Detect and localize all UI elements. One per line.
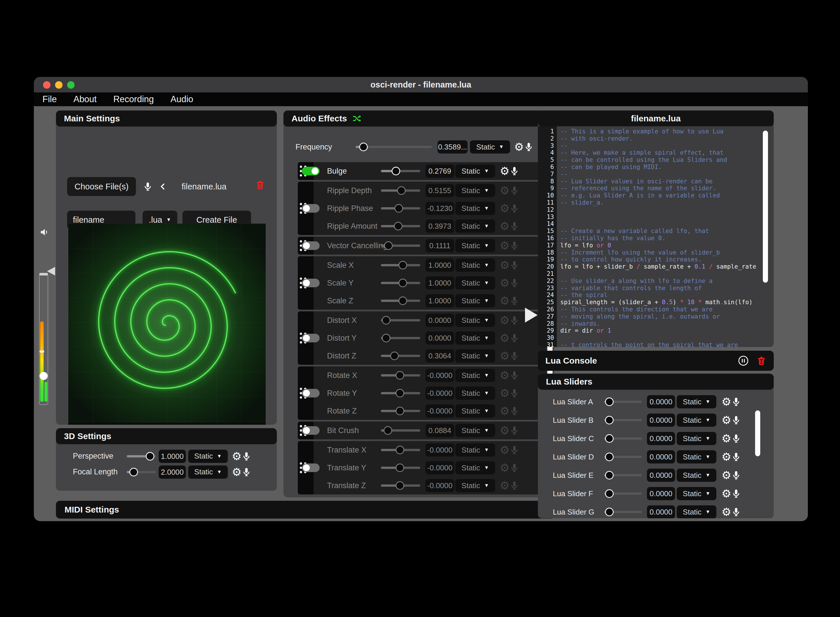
slider-thumb[interactable]	[398, 297, 407, 305]
mic-icon[interactable]	[731, 488, 741, 499]
param-slider[interactable]	[381, 407, 420, 415]
mic-icon[interactable]	[510, 314, 519, 326]
slider-thumb[interactable]	[390, 351, 399, 360]
drag-handle[interactable]	[298, 237, 314, 255]
param-slider[interactable]	[381, 351, 420, 360]
gear-icon[interactable]: ⚙	[500, 370, 510, 381]
editor-scrollbar[interactable]	[763, 131, 768, 283]
param-mode-select[interactable]: Static▼	[677, 413, 716, 427]
mic-icon[interactable]	[510, 405, 519, 417]
effect-toggle[interactable]	[302, 279, 320, 287]
param-mode-select[interactable]: Static▼	[677, 395, 716, 408]
drag-handle[interactable]	[298, 182, 314, 235]
param-value[interactable]: -0.1230	[426, 202, 454, 215]
param-slider[interactable]	[381, 222, 420, 230]
mic-icon[interactable]	[510, 240, 519, 251]
mic-icon[interactable]	[510, 332, 519, 344]
gear-icon[interactable]: ⚙	[514, 141, 524, 153]
param-slider[interactable]	[604, 489, 642, 498]
param-value[interactable]: 0.3064	[426, 349, 454, 362]
effect-toggle[interactable]	[302, 426, 320, 435]
param-value[interactable]: 0.0000	[426, 314, 454, 327]
param-slider[interactable]	[604, 434, 642, 443]
mic-icon[interactable]	[143, 179, 153, 194]
record-icon[interactable]	[180, 424, 190, 425]
param-value[interactable]: -0.0000	[426, 461, 454, 474]
mic-icon[interactable]	[510, 425, 519, 436]
gear-icon[interactable]: ⚙	[500, 405, 510, 417]
param-slider[interactable]	[127, 452, 156, 461]
drag-handle[interactable]	[298, 441, 314, 494]
effect-toggle[interactable]	[302, 241, 320, 250]
param-value[interactable]: 0.0000	[647, 395, 675, 408]
param-mode-select[interactable]: Static▼	[455, 276, 495, 289]
trash-icon[interactable]	[255, 179, 265, 191]
param-value[interactable]: 0.1111	[426, 239, 454, 252]
param-slider[interactable]	[381, 426, 420, 435]
param-mode-select[interactable]: Static▼	[455, 184, 495, 197]
menu-item-file[interactable]: File	[43, 94, 57, 105]
param-value[interactable]: -0.0000	[426, 479, 454, 492]
slider-thumb[interactable]	[359, 143, 368, 151]
gear-icon[interactable]: ⚙	[722, 469, 731, 481]
param-slider[interactable]	[381, 297, 420, 305]
lua-sliders-scrollbar[interactable]	[755, 410, 760, 456]
param-value[interactable]: -0.0000	[426, 369, 454, 382]
param-slider[interactable]	[381, 261, 420, 270]
param-value[interactable]: 1.0000	[426, 294, 454, 307]
effect-toggle[interactable]	[302, 167, 320, 175]
param-mode-select[interactable]: Static▼	[455, 294, 495, 307]
param-slider[interactable]	[381, 446, 420, 454]
param-mode-select[interactable]: Static▼	[455, 387, 495, 400]
param-mode-select[interactable]: Static▼	[455, 479, 495, 492]
param-slider[interactable]	[381, 334, 420, 342]
choose-files-button[interactable]: Choose File(s)	[67, 177, 136, 196]
mic-icon[interactable]	[731, 469, 741, 481]
slider-thumb[interactable]	[396, 446, 404, 454]
gear-icon[interactable]: ⚙	[500, 202, 510, 214]
param-mode-select[interactable]: Static▼	[470, 140, 510, 154]
param-slider[interactable]	[381, 241, 420, 250]
gear-icon[interactable]: ⚙	[722, 396, 731, 407]
gear-icon[interactable]: ⚙	[232, 450, 242, 462]
param-slider[interactable]	[381, 167, 420, 175]
code-area[interactable]: -- This is a simple example of how to us…	[557, 126, 774, 347]
param-value[interactable]: 0.0000	[647, 505, 675, 518]
param-mode-select[interactable]: Static▼	[455, 443, 495, 456]
param-mode-select[interactable]: Static▼	[188, 450, 228, 463]
param-mode-select[interactable]: Static▼	[455, 349, 495, 362]
slider-thumb[interactable]	[397, 186, 406, 195]
volume-thumb[interactable]	[39, 273, 48, 276]
effect-toggle[interactable]	[302, 463, 320, 472]
mic-icon[interactable]	[731, 451, 741, 463]
param-slider[interactable]	[604, 416, 642, 424]
open-external-icon[interactable]	[231, 424, 242, 425]
slider-thumb[interactable]	[396, 463, 404, 472]
mic-icon[interactable]	[510, 185, 519, 196]
gear-icon[interactable]: ⚙	[500, 220, 510, 232]
param-value[interactable]: 0.0000	[426, 331, 454, 345]
mic-icon[interactable]	[731, 415, 741, 426]
slider-thumb[interactable]	[605, 434, 614, 443]
midi-settings-bar[interactable]: MIDI Settings	[56, 501, 555, 518]
gear-icon[interactable]: ⚙	[500, 480, 510, 491]
drag-handle[interactable]	[298, 311, 314, 365]
param-mode-select[interactable]: Static▼	[455, 404, 495, 418]
gear-icon[interactable]: ⚙	[500, 314, 510, 326]
gear-icon[interactable]: ⚙	[722, 451, 731, 463]
mic-icon[interactable]	[731, 396, 741, 407]
tap-icon[interactable]	[197, 424, 207, 425]
gear-icon[interactable]: ⚙	[722, 506, 731, 518]
mic-icon[interactable]	[510, 350, 519, 362]
mic-icon[interactable]	[510, 165, 519, 177]
gear-icon[interactable]: ⚙	[500, 425, 510, 436]
slider-thumb[interactable]	[146, 452, 154, 461]
mic-icon[interactable]	[510, 370, 519, 381]
param-mode-select[interactable]: Static▼	[455, 220, 495, 233]
param-slider[interactable]	[604, 453, 642, 461]
play-icon[interactable]	[525, 308, 538, 323]
effect-toggle[interactable]	[302, 204, 320, 213]
param-value[interactable]: 0.0884	[426, 424, 454, 437]
gear-icon[interactable]: ⚙	[722, 415, 731, 426]
slider-thumb[interactable]	[392, 167, 400, 175]
